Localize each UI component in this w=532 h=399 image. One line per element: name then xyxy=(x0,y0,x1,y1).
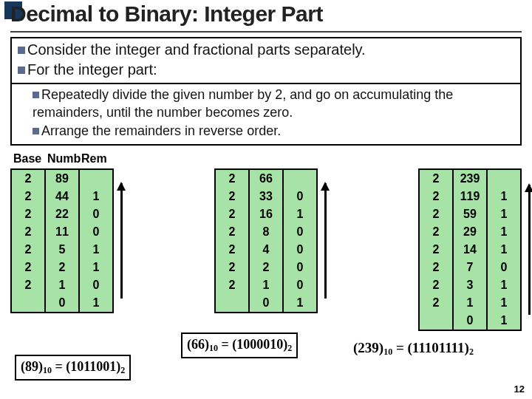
table-cell: 2 xyxy=(420,294,452,312)
bullet-line: For the integer part: xyxy=(18,60,514,80)
table-cell: 2 xyxy=(216,205,248,223)
table-cell: 1 xyxy=(80,259,112,276)
table-cell xyxy=(488,170,520,188)
sub-bullet-line: Arrange the remainders in reverse order. xyxy=(18,122,514,140)
table-cell: 1 xyxy=(488,223,520,241)
table-cell: 1 xyxy=(80,294,112,312)
table-cell: 0 xyxy=(250,294,282,312)
table-cell: 0 xyxy=(284,259,316,276)
up-arrow-icon xyxy=(522,168,532,331)
table-cell: 2 xyxy=(420,205,452,223)
table-cell: 0 xyxy=(284,188,316,205)
table-cell: 1 xyxy=(80,188,112,205)
table-cell: 0 xyxy=(80,276,112,294)
table-cell: 1 xyxy=(284,294,316,312)
table-block-66: 2222222 66331684210 0100001 xyxy=(214,168,318,313)
header-rem: Rem xyxy=(78,152,112,166)
table-cell: 1 xyxy=(80,241,112,259)
square-bullet-icon xyxy=(33,92,39,98)
table-cell: 239 xyxy=(454,170,486,188)
table-cell xyxy=(80,170,112,188)
bullet-text: Arrange the remainders in reverse order. xyxy=(41,123,281,138)
table-cell: 2 xyxy=(216,188,248,205)
table-cell: 0 xyxy=(284,223,316,241)
square-bullet-icon xyxy=(18,66,25,74)
table-cell xyxy=(216,294,248,312)
table-cell: 1 xyxy=(488,312,520,330)
table-cell: 1 xyxy=(488,241,520,259)
table-cell: 1 xyxy=(284,205,316,223)
table-cell: 2 xyxy=(250,259,282,276)
division-table: 22222222 2391195929147310 11110111 xyxy=(418,168,522,331)
table-cell: 8 xyxy=(250,223,282,241)
table-cell: 1 xyxy=(46,276,78,294)
table-cell: 2 xyxy=(420,259,452,276)
header-base: Base xyxy=(10,152,44,166)
table-cell: 119 xyxy=(454,188,486,205)
table-cell: 14 xyxy=(454,241,486,259)
table-cell: 2 xyxy=(12,188,44,205)
table-cell: 2 xyxy=(216,170,248,188)
table-cell: 1 xyxy=(250,276,282,294)
equation-89: (89)10 = (1011001)2 xyxy=(15,355,131,381)
table-cell: 22 xyxy=(46,205,78,223)
table-cell: 2 xyxy=(420,241,452,259)
table-cell: 4 xyxy=(250,241,282,259)
table-cell xyxy=(420,312,452,330)
table-cell: 1 xyxy=(488,294,520,312)
table-cell: 2 xyxy=(12,223,44,241)
title-underline xyxy=(10,31,522,33)
table-cell: 2 xyxy=(12,276,44,294)
table-cell: 2 xyxy=(12,170,44,188)
page-title: Decimal to Binary: Integer Part xyxy=(10,1,323,27)
division-table: 2222222 66331684210 0100001 xyxy=(214,168,318,313)
square-bullet-icon xyxy=(33,128,39,134)
bullet-text: Consider the integer and fractional part… xyxy=(27,41,366,58)
table-cell xyxy=(12,294,44,312)
table-cell: 1 xyxy=(488,205,520,223)
bullet-text: Repeatedly divide the given number by 2,… xyxy=(33,87,453,120)
table-cell: 2 xyxy=(420,276,452,294)
table-cell: 2 xyxy=(216,223,248,241)
header-numb: Numb xyxy=(44,152,78,166)
table-block-239: 22222222 2391195929147310 11110111 xyxy=(418,168,522,331)
table-cell: 89 xyxy=(46,170,78,188)
table-cell: 2 xyxy=(46,259,78,276)
equation-66: (66)10 = (1000010)2 xyxy=(181,332,298,358)
table-cell: 0 xyxy=(80,205,112,223)
page-number: 12 xyxy=(514,383,525,395)
table-cell: 0 xyxy=(284,276,316,294)
table-cell xyxy=(284,170,316,188)
table-cell: 2 xyxy=(420,170,452,188)
bullet-text: For the integer part: xyxy=(27,61,157,78)
up-arrow-icon xyxy=(114,168,129,313)
table-cell: 0 xyxy=(284,241,316,259)
table-cell: 5 xyxy=(46,241,78,259)
table-cell: 59 xyxy=(454,205,486,223)
division-table: 2222222 894422115210 1001101 xyxy=(10,168,114,313)
table-cell: 66 xyxy=(250,170,282,188)
table-cell: 2 xyxy=(12,241,44,259)
table-block-89: 2222222 894422115210 1001101 xyxy=(10,168,114,313)
bullet-line: Consider the integer and fractional part… xyxy=(18,40,514,60)
table-cell: 33 xyxy=(250,188,282,205)
table-cell: 2 xyxy=(12,205,44,223)
square-bullet-icon xyxy=(18,47,25,54)
table-cell: 44 xyxy=(46,188,78,205)
table-cell: 16 xyxy=(250,205,282,223)
table-cell: 0 xyxy=(454,312,486,330)
table-cell: 0 xyxy=(46,294,78,312)
table-cell: 0 xyxy=(80,223,112,241)
equation-239: (239)10 = (11101111)2 xyxy=(353,340,474,358)
bullet-card-2: Repeatedly divide the given number by 2,… xyxy=(10,83,522,146)
table-cell: 1 xyxy=(488,276,520,294)
table-cell: 11 xyxy=(46,223,78,241)
table-cell: 2 xyxy=(420,223,452,241)
sub-bullet-line: Repeatedly divide the given number by 2,… xyxy=(18,86,514,122)
table-cell: 3 xyxy=(454,276,486,294)
table-cell: 2 xyxy=(216,241,248,259)
bullet-card-1: Consider the integer and fractional part… xyxy=(10,37,522,86)
table-cell: 1 xyxy=(488,188,520,205)
column-headers: Base Numb Rem xyxy=(10,152,112,166)
table-cell: 2 xyxy=(216,276,248,294)
